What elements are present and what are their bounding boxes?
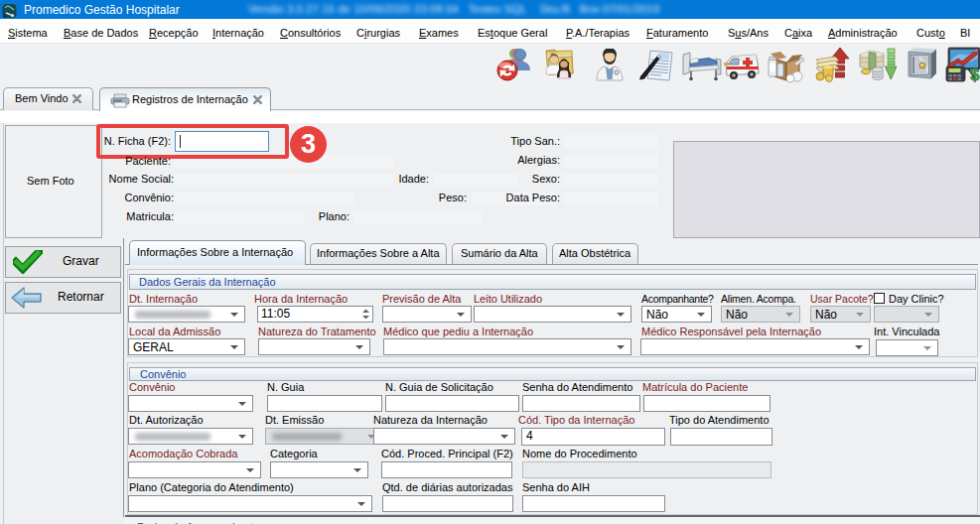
svg-text:$: $ — [970, 66, 980, 83]
